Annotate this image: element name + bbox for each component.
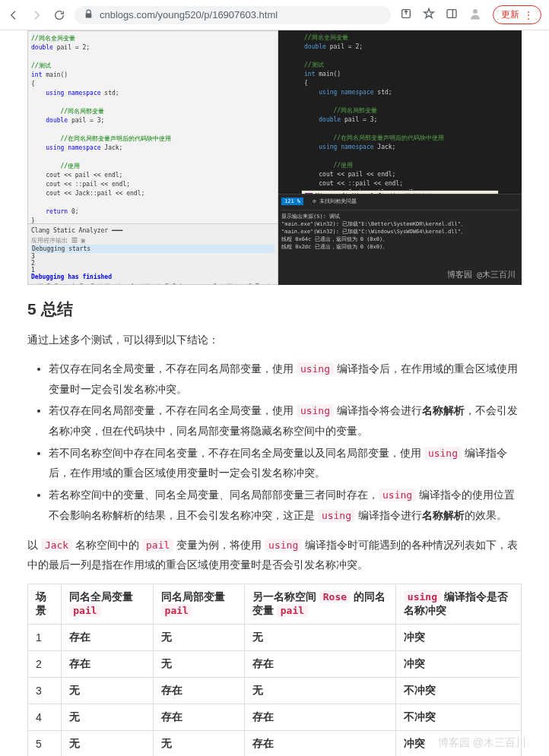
table-row: 2存在无存在冲突 bbox=[28, 650, 522, 677]
profile-icon[interactable] bbox=[468, 7, 482, 23]
out: 线程 0x2dc 已退出，返回值为 0 (0x0)。 bbox=[281, 243, 519, 251]
table-cell: 1 bbox=[28, 624, 62, 650]
update-button[interactable]: 更新⋮ bbox=[493, 5, 541, 24]
ide-light-output: Clang Static Analyzer ━━━ 应用程序输出 ☰ ▣ Deb… bbox=[28, 223, 278, 284]
page-content: //同名全局变量 double pail = 2; //测试 int main(… bbox=[0, 30, 549, 756]
table-cell: 不冲突 bbox=[395, 704, 521, 730]
code-using: using bbox=[318, 509, 355, 522]
forward-icon[interactable] bbox=[30, 9, 43, 21]
ide-dark-screenshot: //同名全局变量 double pail = 2; //测试 int main(… bbox=[278, 30, 522, 285]
table-cell: 4 bbox=[28, 704, 62, 730]
code: //在同名局部变量声明后的代码块中使用 bbox=[319, 134, 444, 141]
th-other-ns: 另一名称空间 Rose 的同名变量 pail bbox=[244, 584, 395, 624]
dbg: 2 bbox=[31, 260, 274, 267]
list-item: 若名称空间中的变量、同名全局变量、同名局部部变量三者同时存在，using 编译指… bbox=[49, 485, 522, 525]
code-using: using bbox=[424, 447, 462, 460]
table-cell: 无 bbox=[244, 624, 395, 650]
table-cell: 存在 bbox=[153, 704, 244, 730]
th-scene: 场景 bbox=[28, 584, 62, 624]
share-icon[interactable] bbox=[400, 8, 412, 22]
code-using: using bbox=[404, 590, 441, 603]
table-header-row: 场景 同名全局变量 pail 同名局部变量 pail 另一名称空间 Rose 的… bbox=[28, 584, 522, 624]
table-cell: 存在 bbox=[62, 650, 153, 677]
analyzer-line: Clang Static Analyzer ━━━ bbox=[31, 227, 274, 234]
update-label: 更新 bbox=[501, 8, 519, 21]
table-row: 1存在无无冲突 bbox=[28, 624, 522, 650]
tabs: 问题 2 Search R… 3 应用程序… 4 编译输出 5 Debugger… bbox=[31, 283, 274, 285]
list-item: 若仅存在同名全局变量，不存在同名局部变量，使用 using 编译指令后，在作用域… bbox=[49, 359, 522, 399]
code: //同名局部变量 bbox=[46, 108, 104, 115]
url-text: cnblogs.com/young520/p/16907603.html bbox=[100, 9, 278, 21]
lock-icon bbox=[84, 9, 94, 21]
out: "main.exe"(Win32): 已加载"C:\Windows\SysWOW… bbox=[281, 228, 519, 236]
table-body: 1存在无无冲突2存在无存在冲突3无存在无不冲突4无存在存在不冲突5无无存在冲突6… bbox=[28, 624, 522, 756]
code-using: using bbox=[297, 362, 334, 375]
table-cell: 存在 bbox=[153, 677, 244, 704]
code: //使用 bbox=[319, 162, 353, 169]
address-bar[interactable]: cnblogs.com/young520/p/16907603.html bbox=[75, 6, 391, 24]
ide-dark-output: 121 % ⊘ 未找到相关问题 显示输出来源(S): 调试 "main.exe"… bbox=[278, 194, 522, 285]
reload-icon[interactable] bbox=[53, 9, 65, 21]
conclusion-list: 若仅存在同名全局变量，不存在同名局部变量，使用 using 编译指令后，在作用域… bbox=[27, 359, 522, 525]
table-cell: 存在 bbox=[244, 650, 395, 677]
table-row: 3无存在无不冲突 bbox=[28, 677, 522, 704]
summary-table: 场景 同名全局变量 pail 同名局部变量 pail 另一名称空间 Rose 的… bbox=[27, 584, 522, 756]
code-jack: Jack bbox=[41, 539, 72, 552]
table-cell: 无 bbox=[62, 677, 153, 704]
panel-icon[interactable] bbox=[446, 8, 458, 22]
th-global: 同名全局变量 pail bbox=[62, 584, 153, 624]
ide-light-screenshot: //同名全局变量 double pail = 2; //测试 int main(… bbox=[27, 30, 278, 285]
code: //测试 bbox=[304, 62, 324, 68]
table-cell: 存在 bbox=[62, 624, 153, 650]
code: //测试 bbox=[31, 62, 51, 69]
table-cell: 无 bbox=[244, 677, 395, 704]
table-row: 5无无存在冲突 bbox=[28, 730, 522, 756]
toolbar-right: 更新⋮ bbox=[400, 5, 541, 24]
dbg: 1 bbox=[31, 267, 274, 274]
svg-rect-1 bbox=[447, 10, 456, 18]
code: //同名全局变量 bbox=[31, 35, 75, 42]
star-icon[interactable] bbox=[423, 8, 435, 22]
list-item: 若不同名称空间中存在同名变量，不存在同名全局变量以及同名局部变量，使用 usin… bbox=[49, 443, 522, 483]
dbg: 3 bbox=[31, 253, 274, 260]
code-using: using bbox=[379, 489, 416, 501]
table-cell: 冲突 bbox=[395, 624, 521, 650]
image-watermark: 博客园 @木三百川 bbox=[447, 269, 516, 280]
code: //同名局部变量 bbox=[319, 107, 377, 114]
code-using: using bbox=[265, 539, 302, 552]
code: //同名全局变量 bbox=[304, 34, 348, 41]
code: //使用 bbox=[46, 163, 80, 169]
table-cell: 存在 bbox=[244, 704, 395, 730]
list-item: 若仅存在同名局部变量，不存在同名全局变量，使用 using 编译指令将会进行名称… bbox=[49, 400, 522, 441]
kebab-icon: ⋮ bbox=[524, 10, 533, 21]
table-cell: 无 bbox=[153, 730, 244, 756]
table-cell: 无 bbox=[62, 730, 153, 756]
table-cell: 冲突 bbox=[395, 730, 521, 756]
dbg: Debugging starts bbox=[31, 245, 274, 253]
back-icon[interactable] bbox=[8, 9, 20, 21]
th-conflict: using 编译指令是否名称冲突 bbox=[395, 584, 521, 624]
table-cell: 不冲突 bbox=[395, 677, 521, 704]
intro-paragraph: 通过上述多个测试，可以得到以下结论： bbox=[27, 331, 522, 350]
code-pail: pail bbox=[277, 604, 308, 617]
out-title: 显示输出来源(S): 调试 bbox=[281, 213, 519, 220]
table-cell: 冲突 bbox=[395, 650, 521, 677]
code-using: using bbox=[297, 404, 334, 417]
out: 线程 0x64c 已退出，返回值为 0 (0x0)。 bbox=[281, 236, 519, 243]
ide-screenshot-pair: //同名全局变量 double pail = 2; //测试 int main(… bbox=[27, 30, 522, 285]
table-row: 4无存在存在不冲突 bbox=[28, 704, 522, 730]
table-cell: 无 bbox=[153, 624, 244, 650]
table-cell: 5 bbox=[28, 730, 62, 756]
code-pail: pail bbox=[142, 539, 173, 552]
section-heading: 5 总结 bbox=[27, 299, 522, 320]
table-cell: 无 bbox=[153, 650, 244, 677]
table-cell: 3 bbox=[28, 677, 62, 704]
dbg: Debugging has finished bbox=[31, 274, 274, 280]
table-cell: 存在 bbox=[244, 730, 395, 756]
code-pail: pail bbox=[69, 604, 100, 617]
out: "main.exe"(Win32): 已加载"E:\Better\SystemK… bbox=[281, 220, 519, 228]
code-rose: Rose bbox=[319, 590, 351, 603]
nav-controls bbox=[8, 9, 65, 21]
browser-toolbar: cnblogs.com/young520/p/16907603.html 更新⋮ bbox=[0, 0, 549, 30]
code-pail: pail bbox=[161, 604, 192, 617]
